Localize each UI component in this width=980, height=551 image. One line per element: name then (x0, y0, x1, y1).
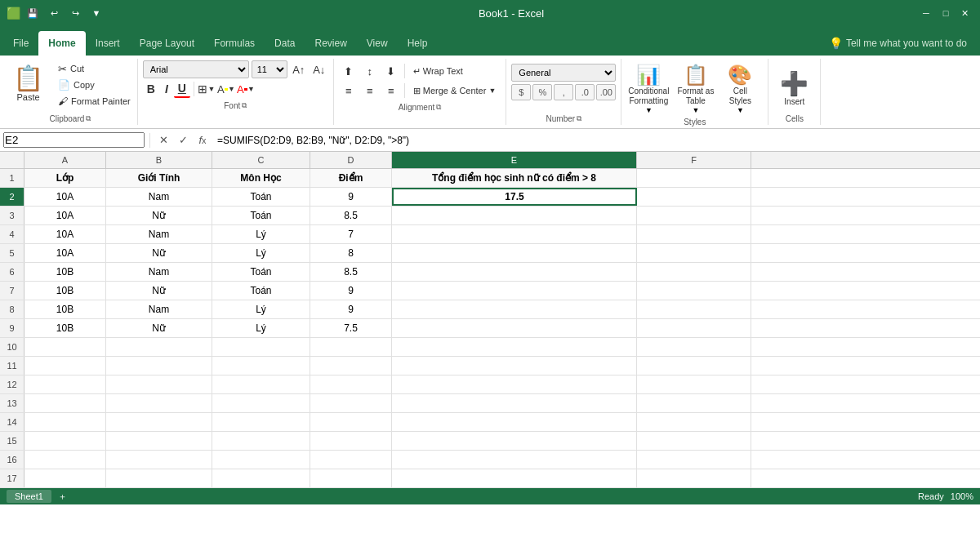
add-sheet-btn[interactable]: ＋ (58, 491, 67, 503)
font-family-select[interactable]: Arial Calibri Times New Roman (143, 60, 249, 78)
cell-c11[interactable] (212, 357, 310, 375)
row-num-3[interactable]: 3 (0, 207, 24, 224)
cell-c10[interactable] (212, 338, 310, 356)
cell-a7[interactable]: 10B (24, 282, 106, 300)
tab-help[interactable]: Help (398, 31, 438, 56)
align-right-btn[interactable]: ≡ (381, 82, 401, 100)
cell-a14[interactable] (24, 413, 106, 431)
row-num-8[interactable]: 8 (0, 300, 24, 318)
cell-a11[interactable] (24, 357, 106, 375)
cell-e4[interactable] (392, 225, 637, 243)
cell-e12[interactable] (392, 375, 637, 393)
cell-e6[interactable] (392, 263, 637, 281)
align-top-btn[interactable]: ⬆ (339, 62, 359, 80)
insert-cells-button[interactable]: ➕ Insert (773, 67, 815, 109)
tab-formulas[interactable]: Formulas (204, 31, 265, 56)
cell-a8[interactable]: 10B (24, 300, 106, 318)
cell-d14[interactable] (310, 413, 392, 431)
undo-icon[interactable]: ↩ (46, 5, 62, 21)
increase-decimal-btn[interactable]: .00 (596, 84, 616, 100)
tab-tell-me[interactable]: 💡 Tell me what you want to do (819, 31, 977, 56)
col-header-d[interactable]: D (310, 152, 392, 168)
cell-d8[interactable]: 9 (310, 300, 392, 318)
cell-b2[interactable]: Nam (106, 188, 212, 206)
align-middle-btn[interactable]: ↕ (360, 62, 380, 80)
cell-d5[interactable]: 8 (310, 244, 392, 262)
cut-button[interactable]: ✂ Cut (55, 61, 134, 77)
align-bottom-btn[interactable]: ⬇ (381, 62, 401, 80)
row-num-2[interactable]: 2 (0, 188, 24, 206)
cell-f14[interactable] (637, 413, 751, 431)
col-header-e[interactable]: E (392, 152, 637, 168)
row-num-10[interactable]: 10 (0, 338, 24, 356)
row-num-9[interactable]: 9 (0, 319, 24, 337)
cell-d11[interactable] (310, 357, 392, 375)
cell-e14[interactable] (392, 413, 637, 431)
cell-b14[interactable] (106, 413, 212, 431)
percent-btn[interactable]: % (532, 84, 552, 100)
cell-a9[interactable]: 10B (24, 319, 106, 337)
cell-f3[interactable] (637, 207, 751, 224)
cell-a1[interactable]: Lớp (24, 169, 106, 187)
cell-d4[interactable]: 7 (310, 225, 392, 243)
cell-c4[interactable]: Lý (212, 225, 310, 243)
cell-b5[interactable]: Nữ (106, 244, 212, 262)
font-expand-icon[interactable]: ⧉ (242, 101, 247, 110)
row-num-13[interactable]: 13 (0, 394, 24, 412)
cell-f16[interactable] (637, 451, 751, 469)
cell-f4[interactable] (637, 225, 751, 243)
decrease-font-btn[interactable]: A↓ (310, 60, 328, 78)
cell-f8[interactable] (637, 300, 751, 318)
row-num-7[interactable]: 7 (0, 282, 24, 300)
cell-e13[interactable] (392, 394, 637, 412)
cell-c15[interactable] (212, 432, 310, 450)
cell-a5[interactable]: 10A (24, 244, 106, 262)
cell-e1[interactable]: Tổng điểm học sinh nữ có điểm > 8 (392, 169, 637, 187)
cell-f11[interactable] (637, 357, 751, 375)
cell-c1[interactable]: Môn Học (212, 169, 310, 187)
cell-b11[interactable] (106, 357, 212, 375)
cell-c6[interactable]: Toán (212, 263, 310, 281)
cell-a4[interactable]: 10A (24, 225, 106, 243)
number-expand-icon[interactable]: ⧉ (577, 114, 581, 123)
italic-button[interactable]: I (161, 80, 172, 98)
cell-e3[interactable] (392, 207, 637, 224)
cell-a16[interactable] (24, 451, 106, 469)
cancel-formula-btn[interactable]: ✕ (155, 132, 172, 149)
tab-page-layout[interactable]: Page Layout (130, 31, 204, 56)
cell-f6[interactable] (637, 263, 751, 281)
cell-c8[interactable]: Lý (212, 300, 310, 318)
cell-d2[interactable]: 9 (310, 188, 392, 206)
wrap-text-button[interactable]: ↵ Wrap Text (408, 64, 468, 78)
align-center-btn[interactable]: ≡ (360, 82, 380, 100)
tab-file[interactable]: File (3, 31, 38, 56)
minimize-btn[interactable]: ─ (918, 5, 934, 21)
decrease-decimal-btn[interactable]: .0 (575, 84, 595, 100)
cell-e15[interactable] (392, 432, 637, 450)
paste-button[interactable]: 📋 Paste (7, 60, 50, 105)
comma-style-btn[interactable]: , (554, 84, 573, 100)
col-header-f[interactable]: F (637, 152, 751, 168)
increase-font-btn[interactable]: A↑ (290, 60, 308, 78)
cell-e5[interactable] (392, 244, 637, 262)
cell-e9[interactable] (392, 319, 637, 337)
cell-c14[interactable] (212, 413, 310, 431)
cell-e8[interactable] (392, 300, 637, 318)
cell-c12[interactable] (212, 375, 310, 393)
row-num-4[interactable]: 4 (0, 225, 24, 243)
tab-home[interactable]: Home (38, 31, 85, 56)
cell-b7[interactable]: Nữ (106, 282, 212, 300)
tab-view[interactable]: View (357, 31, 398, 56)
row-num-15[interactable]: 15 (0, 432, 24, 450)
cell-d7[interactable]: 9 (310, 282, 392, 300)
col-header-b[interactable]: B (106, 152, 212, 168)
cell-d3[interactable]: 8.5 (310, 207, 392, 224)
cell-d10[interactable] (310, 338, 392, 356)
accounting-format-btn[interactable]: $ (511, 84, 531, 100)
border-button[interactable]: ⊞▼ (198, 80, 216, 98)
cell-d16[interactable] (310, 451, 392, 469)
cell-b4[interactable]: Nam (106, 225, 212, 243)
conditional-formatting-button[interactable]: 📊 ConditionalFormatting ▼ (625, 60, 672, 118)
insert-function-btn[interactable]: fx (194, 132, 211, 149)
row-num-5[interactable]: 5 (0, 244, 24, 262)
